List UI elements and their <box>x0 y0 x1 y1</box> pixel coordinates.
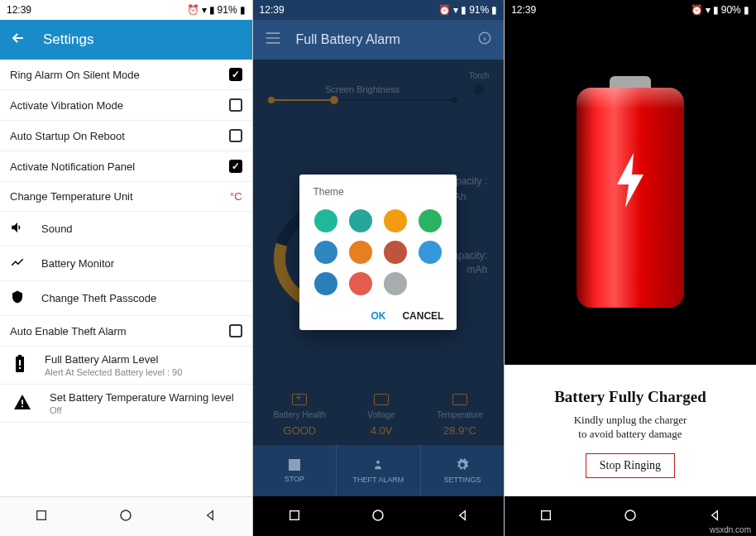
signal-icon: ▮ <box>209 4 215 16</box>
warning-icon <box>13 394 31 414</box>
checkbox-vibration[interactable] <box>229 98 242 112</box>
dialog-title: Theme <box>313 186 443 198</box>
svg-rect-13 <box>542 510 551 519</box>
temp-unit-value: °C <box>230 190 242 203</box>
row-ring-silent[interactable]: Ring Alarm On Silent Mode <box>0 60 252 90</box>
info-icon[interactable] <box>477 31 492 49</box>
dialog-cancel-button[interactable]: CANCEL <box>402 310 443 322</box>
nav-back-icon[interactable] <box>288 509 301 525</box>
checkbox-notif[interactable] <box>229 160 242 173</box>
battery-icon: ▮ <box>240 4 246 16</box>
color-swatch[interactable] <box>349 209 372 232</box>
checkbox-auto-theft[interactable] <box>229 324 242 337</box>
battery-pct: 91% <box>469 4 489 16</box>
wifi-icon: ▾ <box>453 4 458 16</box>
screen-charged: 12:39 ⏰ ▾ ▮ 90% ▮ Battery Fully Charged … <box>504 0 756 536</box>
menu-icon[interactable] <box>265 31 281 48</box>
row-label: Activate Notification Panel <box>10 160 135 173</box>
nav-recent-icon[interactable] <box>203 509 217 525</box>
svg-point-14 <box>625 510 635 520</box>
nav-recent-icon[interactable] <box>708 509 721 525</box>
nav-back-icon[interactable] <box>35 509 48 525</box>
color-swatch[interactable] <box>314 272 337 295</box>
tab-theft[interactable]: THEFT ALARM <box>337 445 421 496</box>
checkbox-startup[interactable] <box>229 129 242 142</box>
tab-stop[interactable]: STOP <box>253 445 337 496</box>
row-battery-monitor[interactable]: Battery Monitor <box>0 246 252 281</box>
color-swatch[interactable] <box>314 241 337 264</box>
checkbox-ring-silent[interactable] <box>229 68 242 81</box>
nav-recent-icon[interactable] <box>456 509 469 525</box>
battery-alert-icon <box>13 354 26 377</box>
status-bar: 12:39 ⏰ ▾ ▮ 91% ▮ <box>0 0 252 20</box>
chart-icon <box>10 255 25 272</box>
row-temp-unit[interactable]: Change Temperature Unit °C <box>0 182 252 212</box>
row-sound[interactable]: Sound <box>0 212 252 246</box>
row-alarm-level[interactable]: Full Battery Alarm Level Alert At Select… <box>0 347 252 385</box>
nav-home-icon[interactable] <box>118 508 133 526</box>
row-vibration[interactable]: Activate Vibration Mode <box>0 90 252 121</box>
color-swatch[interactable] <box>384 272 407 295</box>
color-swatch[interactable] <box>349 272 372 295</box>
tab-settings-label: SETTINGS <box>443 476 481 484</box>
status-icons: ⏰ ▾ ▮ 91% ▮ <box>187 4 246 16</box>
status-bar: 12:39 ⏰ ▾ ▮ 91% ▮ <box>253 0 505 20</box>
alarm-icon: ⏰ <box>438 4 451 16</box>
color-swatch[interactable] <box>384 209 407 232</box>
nav-bar <box>0 496 252 536</box>
battery-illustration <box>577 76 684 308</box>
svg-rect-3 <box>19 367 21 369</box>
svg-point-10 <box>376 460 380 463</box>
signal-icon: ▮ <box>461 4 467 16</box>
color-swatch[interactable] <box>314 209 337 232</box>
settings-title: Settings <box>43 31 93 48</box>
status-time: 12:39 <box>511 4 536 16</box>
svg-point-12 <box>373 510 383 520</box>
battery-icon: ▮ <box>744 4 749 16</box>
color-swatch[interactable] <box>419 209 442 232</box>
nav-back-icon[interactable] <box>539 509 553 525</box>
tab-stop-label: STOP <box>285 475 304 483</box>
battery-illustration-area <box>505 20 756 365</box>
svg-rect-1 <box>18 355 22 357</box>
charged-heading: Battery Fully Charged <box>519 388 741 406</box>
screen-settings: 12:39 ⏰ ▾ ▮ 91% ▮ Settings Ring Alarm On… <box>0 0 252 536</box>
alarm-level-title: Full Battery Alarm Level <box>45 353 182 366</box>
row-theft-passcode[interactable]: Change Theft Passcode <box>0 281 252 316</box>
charged-line1: Kindly unplug the charger <box>519 413 741 428</box>
charged-body: Battery Fully Charged Kindly unplug the … <box>505 20 756 496</box>
dialog-scrim[interactable]: Theme OK CANCEL <box>253 60 505 445</box>
battery-pct: 91% <box>218 4 237 16</box>
back-icon[interactable] <box>10 30 26 50</box>
stop-ringing-button[interactable]: Stop Ringing <box>586 453 675 478</box>
settings-body: Ring Alarm On Silent Mode Activate Vibra… <box>0 60 252 496</box>
row-startup[interactable]: Auto Startup On Reboot <box>0 121 252 151</box>
row-temp-warning[interactable]: Set Battery Temperature Warning level Of… <box>0 385 252 423</box>
svg-point-5 <box>121 510 131 520</box>
row-label: Change Temperature Unit <box>10 190 133 203</box>
svg-rect-11 <box>290 510 299 519</box>
shield-icon <box>10 290 25 307</box>
nav-home-icon[interactable] <box>623 508 638 526</box>
tab-theft-label: THEFT ALARM <box>352 476 404 484</box>
svg-rect-9 <box>289 459 300 471</box>
temp-warn-sub: Off <box>50 405 234 415</box>
gear-icon <box>456 458 469 471</box>
wifi-icon: ▾ <box>706 4 711 16</box>
color-swatch[interactable] <box>349 241 372 264</box>
row-auto-theft[interactable]: Auto Enable Theft Alarm <box>0 316 252 347</box>
tab-settings[interactable]: SETTINGS <box>421 445 505 496</box>
row-label: Change Theft Passcode <box>41 292 156 304</box>
nav-home-icon[interactable] <box>371 508 385 526</box>
row-notif[interactable]: Activate Notification Panel <box>0 151 252 182</box>
signal-icon: ▮ <box>713 4 719 16</box>
stop-icon <box>289 459 300 471</box>
charged-panel: Battery Fully Charged Kindly unplug the … <box>505 365 756 496</box>
color-swatches <box>313 209 443 295</box>
color-swatch[interactable] <box>419 241 442 264</box>
dialog-ok-button[interactable]: OK <box>371 310 385 322</box>
alarm-icon: ⏰ <box>691 4 703 16</box>
row-label: Auto Enable Theft Alarm <box>10 325 127 337</box>
color-swatch[interactable] <box>384 241 407 264</box>
app-header: Full Battery Alarm <box>253 20 505 60</box>
